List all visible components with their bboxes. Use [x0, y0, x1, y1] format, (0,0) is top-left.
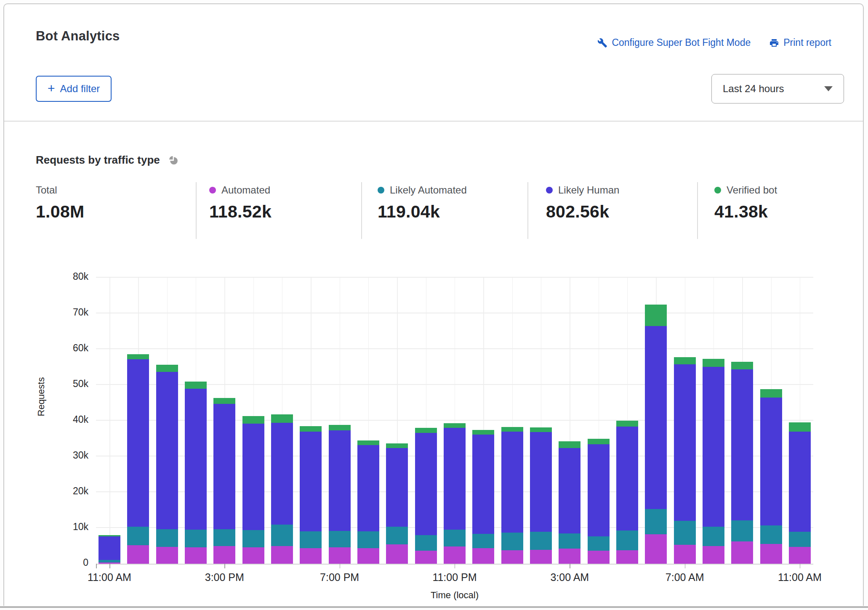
bar-group-11-00-pm[interactable] — [444, 423, 466, 564]
bar-segment-verified-bot — [789, 422, 811, 431]
bar-segment-likely-human — [530, 432, 552, 532]
bar-segment-likely-automated — [329, 531, 351, 547]
bar-segment-automated — [357, 548, 379, 564]
bar-segment-likely-human — [300, 432, 322, 531]
stat-value: 118.52k — [209, 202, 272, 222]
bar-segment-verified-bot — [559, 441, 580, 448]
bar-segment-likely-human — [386, 448, 408, 527]
bar-group-5-00-am[interactable] — [616, 421, 638, 564]
bar-group-3-00-pm[interactable] — [213, 398, 235, 564]
bar-group-1-00-pm[interactable] — [156, 365, 178, 564]
bar-segment-automated — [329, 547, 351, 564]
bar-segment-automated — [616, 550, 638, 564]
stat-divider — [527, 182, 528, 239]
stat-value: 1.08M — [36, 202, 84, 222]
bar-segment-likely-automated — [99, 560, 120, 562]
bar-group-6-00-am[interactable] — [645, 305, 667, 564]
y-tick-label: 30k — [46, 450, 88, 461]
x-tick-label: 11:00 AM — [762, 571, 838, 583]
stat-value: 119.04k — [378, 202, 467, 222]
bar-segment-likely-automated — [674, 521, 696, 545]
x-tick-mark — [685, 564, 686, 568]
bar-segment-likely-automated — [213, 529, 235, 546]
bar-group-8-00-pm[interactable] — [357, 440, 379, 564]
bar-segment-verified-bot — [616, 421, 638, 427]
bar-group-7-00-am[interactable] — [674, 357, 696, 564]
bar-group-8-00-am[interactable] — [703, 359, 724, 564]
bar-segment-verified-bot — [588, 439, 610, 444]
bar-group-12-00-am[interactable] — [472, 430, 494, 564]
stat-label: Automated — [221, 184, 270, 196]
section-title-row: Requests by traffic type — [36, 154, 179, 167]
bar-segment-automated — [300, 548, 322, 564]
bar-segment-likely-human — [616, 427, 638, 530]
bar-group-4-00-am[interactable] — [588, 439, 610, 564]
bar-segment-verified-bot — [645, 305, 667, 326]
bar-group-3-00-am[interactable] — [559, 441, 580, 564]
bar-segment-automated — [703, 546, 724, 564]
bar-segment-likely-human — [415, 433, 437, 535]
bar-segment-verified-bot — [213, 398, 235, 404]
horizontal-gridline — [96, 348, 813, 349]
x-tick-label: 11:00 PM — [417, 571, 493, 583]
bar-group-12-00-pm[interactable] — [127, 354, 149, 564]
bar-group-9-00-pm[interactable] — [386, 443, 408, 564]
bar-segment-likely-automated — [415, 535, 437, 551]
bar-group-10-00-pm[interactable] — [415, 428, 437, 564]
stat-divider — [361, 182, 362, 239]
bar-segment-verified-bot — [674, 357, 696, 364]
bar-group-11-00-am[interactable] — [789, 422, 811, 564]
y-tick-label: 40k — [46, 414, 88, 425]
bar-group-1-00-am[interactable] — [501, 427, 523, 564]
y-tick-label: 50k — [46, 378, 88, 390]
stat-value: 41.38k — [714, 202, 777, 222]
bar-group-7-00-pm[interactable] — [329, 425, 351, 564]
bar-segment-verified-bot — [99, 535, 120, 536]
x-tick-label: 11:00 AM — [72, 571, 147, 583]
bar-group-10-00-am[interactable] — [760, 389, 782, 564]
bar-segment-verified-bot — [415, 428, 437, 433]
legend-dot — [209, 187, 216, 194]
stat-label: Likely Human — [558, 184, 619, 196]
bar-segment-verified-bot — [386, 443, 408, 448]
bar-segment-likely-automated — [271, 525, 293, 546]
configure-link-label: Configure Super Bot Fight Mode — [612, 37, 751, 48]
add-filter-label: Add filter — [60, 83, 100, 95]
bar-group-11-00-am[interactable] — [99, 535, 120, 564]
header-divider — [4, 121, 863, 122]
bar-segment-likely-automated — [703, 527, 724, 546]
bar-segment-likely-human — [501, 432, 523, 533]
x-tick-mark — [455, 564, 455, 568]
bar-group-9-00-am[interactable] — [731, 362, 753, 564]
bar-segment-likely-human — [789, 432, 811, 532]
bar-segment-automated — [213, 546, 235, 564]
bar-segment-automated — [444, 546, 466, 564]
horizontal-gridline — [96, 277, 813, 278]
add-filter-button[interactable]: + Add filter — [36, 76, 112, 102]
bar-segment-automated — [559, 549, 580, 564]
bar-group-5-00-pm[interactable] — [271, 414, 293, 564]
bar-segment-verified-bot — [271, 414, 293, 423]
time-range-select[interactable]: Last 24 hours — [711, 74, 844, 103]
bar-group-4-00-pm[interactable] — [242, 416, 264, 564]
stat-likely-automated: Likely Automated119.04k — [378, 184, 467, 222]
bar-segment-likely-automated — [530, 532, 552, 550]
bar-segment-automated — [760, 544, 782, 564]
bar-group-2-00-am[interactable] — [530, 427, 552, 564]
bar-segment-likely-human — [588, 444, 610, 536]
bar-segment-automated — [588, 551, 610, 564]
bar-segment-automated — [415, 551, 437, 564]
bar-segment-likely-automated — [760, 525, 782, 544]
stat-likely-human: Likely Human802.56k — [546, 184, 619, 222]
bar-group-6-00-pm[interactable] — [300, 426, 322, 564]
bar-segment-likely-automated — [386, 527, 408, 545]
bar-group-2-00-pm[interactable] — [185, 382, 207, 564]
print-report-link[interactable]: Print report — [769, 37, 831, 48]
bar-segment-likely-automated — [242, 530, 264, 547]
configure-super-bot-fight-mode-link[interactable]: Configure Super Bot Fight Mode — [597, 37, 751, 48]
printer-icon — [769, 38, 779, 48]
bar-segment-likely-human — [559, 448, 580, 533]
stat-value: 802.56k — [546, 202, 619, 222]
stat-label: Verified bot — [727, 184, 777, 196]
y-tick-label: 80k — [46, 271, 88, 282]
